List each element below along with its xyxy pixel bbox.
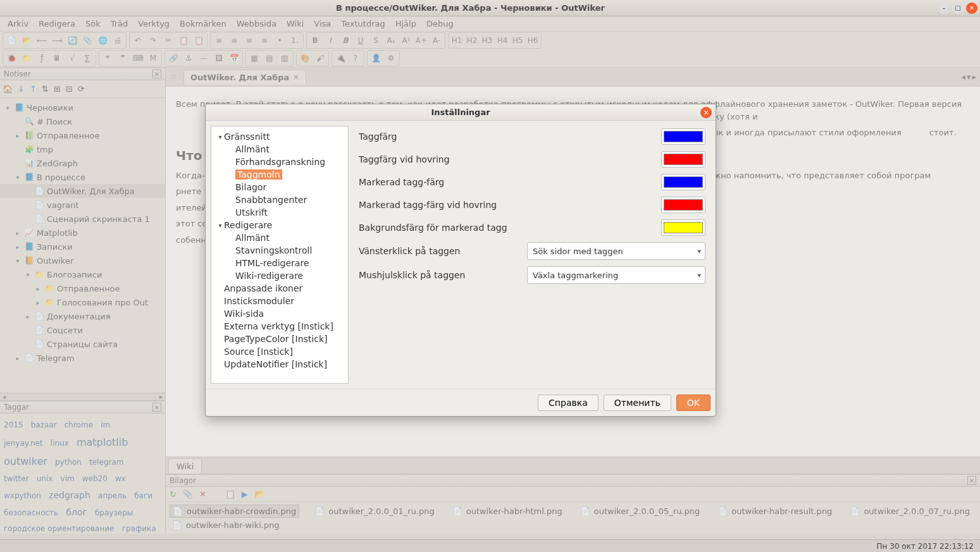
settings-tree-item[interactable]: Bilagor xyxy=(214,181,345,193)
dialog-titlebar: Inställningar ✕ xyxy=(206,104,716,121)
dialog-close-icon[interactable]: ✕ xyxy=(700,107,712,118)
settings-tree-item[interactable]: Stavningskontroll xyxy=(214,244,345,257)
color-selcolor[interactable] xyxy=(661,174,705,190)
cancel-button[interactable]: Отменить xyxy=(604,395,671,411)
label-selhover: Markerad tagg-färg vid hovring xyxy=(359,200,661,210)
label-taghover: Taggfärg vid hovring xyxy=(359,154,661,164)
color-bgsel[interactable] xyxy=(661,219,705,236)
color-tagcolor[interactable] xyxy=(661,128,705,145)
settings-tree-item[interactable]: HTML-redigerare xyxy=(214,257,345,269)
settings-tree-item[interactable]: Snabbtangenter xyxy=(214,193,345,206)
settings-tree-item[interactable]: Source [Instick] xyxy=(214,345,345,358)
combo-leftclick[interactable]: Sök sidor med taggen xyxy=(527,242,705,260)
label-bgsel: Bakgrundsfärg för markerad tagg xyxy=(359,223,661,233)
dialog-title: Inställningar xyxy=(431,107,490,117)
ok-button[interactable]: OK xyxy=(676,395,710,411)
settings-tree-item[interactable]: Externa verktyg [Instick] xyxy=(214,320,345,333)
settings-tree-item[interactable]: Taggmoln xyxy=(214,168,345,181)
settings-tree[interactable]: ▾GränssnittAllmäntFörhandsgranskningTagg… xyxy=(211,126,349,384)
settings-tree-item[interactable]: Insticksmoduler xyxy=(214,295,345,307)
settings-tree-item[interactable]: UpdateNotifier [Instick] xyxy=(214,358,345,371)
settings-tree-item[interactable]: Wiki-redigerare xyxy=(214,269,345,282)
settings-tree-item[interactable]: Förhandsgranskning xyxy=(214,156,345,168)
settings-tree-item[interactable]: Allmänt xyxy=(214,231,345,244)
settings-form: Taggfärg Taggfärg vid hovring Markerad t… xyxy=(354,126,710,384)
label-tagcolor: Taggfärg xyxy=(359,132,661,142)
settings-tree-item[interactable]: Wiki-sida xyxy=(214,307,345,320)
label-selcolor: Markerad tagg-färg xyxy=(359,177,661,187)
settings-tree-item[interactable]: ▾Gränssnitt xyxy=(214,130,345,143)
settings-tree-item[interactable]: Allmänt xyxy=(214,143,345,156)
settings-tree-item[interactable]: ▾Redigerare xyxy=(214,219,345,231)
settings-tree-item[interactable]: PageTypeColor [Instick] xyxy=(214,333,345,345)
settings-tree-item[interactable]: Anpassade ikoner xyxy=(214,282,345,295)
color-selhover[interactable] xyxy=(661,197,705,213)
help-button[interactable]: Справка xyxy=(538,395,599,411)
label-wheelclick: Mushjulsklick på taggen xyxy=(359,270,527,280)
label-leftclick: Vänsterklick på taggen xyxy=(359,246,527,256)
settings-tree-item[interactable]: Utskrift xyxy=(214,206,345,219)
settings-dialog: Inställningar ✕ ▾GränssnittAllmäntFörhan… xyxy=(205,104,716,417)
color-taghover[interactable] xyxy=(661,151,705,168)
combo-wheelclick[interactable]: Växla taggmarkering xyxy=(527,266,705,284)
